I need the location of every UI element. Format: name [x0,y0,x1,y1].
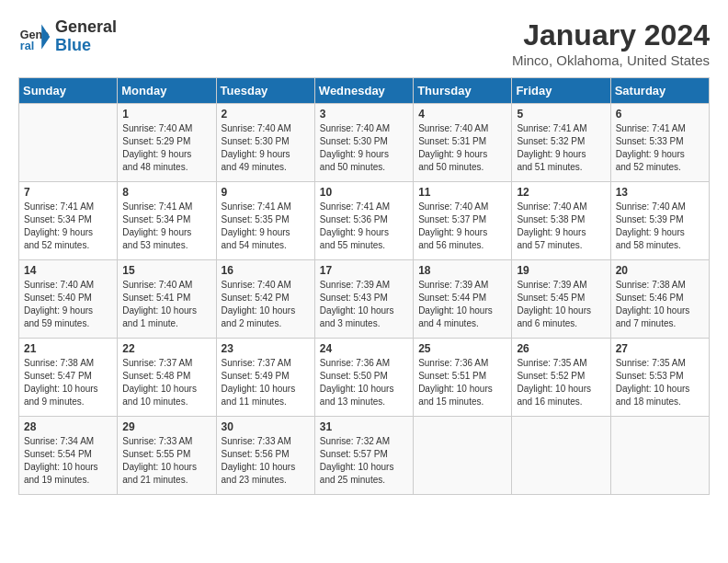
day-header-friday: Friday [512,78,610,104]
day-info: Sunrise: 7:40 AMSunset: 5:38 PMDaylight:… [517,201,605,252]
logo-icon: Gene ral [18,20,51,53]
day-info: Sunrise: 7:40 AMSunset: 5:42 PMDaylight:… [222,279,310,330]
day-number: 30 [222,420,310,433]
day-number: 17 [320,264,408,277]
day-number: 8 [122,186,210,199]
day-number: 4 [418,108,506,121]
calendar-cell: 2Sunrise: 7:40 AMSunset: 5:30 PMDaylight… [216,104,314,182]
day-info: Sunrise: 7:39 AMSunset: 5:43 PMDaylight:… [320,279,408,330]
calendar-cell: 18Sunrise: 7:39 AMSunset: 5:44 PMDayligh… [414,260,512,339]
day-number: 27 [616,342,704,355]
day-header-saturday: Saturday [610,78,709,104]
calendar-cell: 4Sunrise: 7:40 AMSunset: 5:31 PMDaylight… [414,104,512,182]
day-number: 13 [616,186,704,199]
day-info: Sunrise: 7:37 AMSunset: 5:48 PMDaylight:… [122,357,210,408]
day-number: 3 [320,108,408,121]
day-info: Sunrise: 7:38 AMSunset: 5:47 PMDaylight:… [24,357,112,408]
day-info: Sunrise: 7:40 AMSunset: 5:40 PMDaylight:… [24,279,112,330]
calendar-cell: 23Sunrise: 7:37 AMSunset: 5:49 PMDayligh… [216,339,314,417]
calendar-cell: 24Sunrise: 7:36 AMSunset: 5:50 PMDayligh… [314,339,413,417]
calendar-cell: 10Sunrise: 7:41 AMSunset: 5:36 PMDayligh… [314,182,413,260]
calendar-cell: 28Sunrise: 7:34 AMSunset: 5:54 PMDayligh… [19,417,118,495]
day-header-tuesday: Tuesday [216,78,314,104]
calendar-cell [414,417,512,495]
day-info: Sunrise: 7:41 AMSunset: 5:32 PMDaylight:… [517,122,605,174]
week-row: 1Sunrise: 7:40 AMSunset: 5:29 PMDaylight… [19,104,710,182]
day-info: Sunrise: 7:38 AMSunset: 5:46 PMDaylight:… [616,279,704,330]
day-info: Sunrise: 7:33 AMSunset: 5:55 PMDaylight:… [122,435,210,487]
day-info: Sunrise: 7:39 AMSunset: 5:44 PMDaylight:… [418,279,506,330]
day-number: 15 [122,264,210,277]
day-info: Sunrise: 7:41 AMSunset: 5:36 PMDaylight:… [320,201,408,252]
calendar-cell: 20Sunrise: 7:38 AMSunset: 5:46 PMDayligh… [610,260,709,339]
calendar-cell: 9Sunrise: 7:41 AMSunset: 5:35 PMDaylight… [216,182,314,260]
day-number: 16 [222,264,310,277]
day-number: 2 [222,108,310,121]
day-number: 24 [320,342,408,355]
day-header-sunday: Sunday [19,78,118,104]
calendar-cell: 26Sunrise: 7:35 AMSunset: 5:52 PMDayligh… [512,339,610,417]
day-number: 18 [418,264,506,277]
day-number: 12 [517,186,605,199]
calendar-cell: 12Sunrise: 7:40 AMSunset: 5:38 PMDayligh… [512,182,610,260]
day-info: Sunrise: 7:37 AMSunset: 5:49 PMDaylight:… [222,357,310,408]
day-info: Sunrise: 7:35 AMSunset: 5:52 PMDaylight:… [517,357,605,408]
day-number: 6 [616,108,704,121]
day-number: 21 [24,342,112,355]
day-number: 25 [418,342,506,355]
calendar-cell: 31Sunrise: 7:32 AMSunset: 5:57 PMDayligh… [314,417,413,495]
day-number: 29 [122,420,210,433]
calendar-cell: 11Sunrise: 7:40 AMSunset: 5:37 PMDayligh… [414,182,512,260]
calendar-cell: 19Sunrise: 7:39 AMSunset: 5:45 PMDayligh… [512,260,610,339]
calendar-cell: 6Sunrise: 7:41 AMSunset: 5:33 PMDaylight… [610,104,709,182]
svg-text:ral: ral [20,40,34,52]
day-info: Sunrise: 7:41 AMSunset: 5:34 PMDaylight:… [24,201,112,252]
calendar-cell [19,104,118,182]
week-row: 21Sunrise: 7:38 AMSunset: 5:47 PMDayligh… [19,339,710,417]
calendar-cell: 29Sunrise: 7:33 AMSunset: 5:55 PMDayligh… [118,417,216,495]
day-number: 19 [517,264,605,277]
day-info: Sunrise: 7:33 AMSunset: 5:56 PMDaylight:… [222,435,310,487]
calendar-cell: 27Sunrise: 7:35 AMSunset: 5:53 PMDayligh… [610,339,709,417]
week-row: 7Sunrise: 7:41 AMSunset: 5:34 PMDaylight… [19,182,710,260]
day-header-monday: Monday [118,78,216,104]
day-number: 28 [24,420,112,433]
calendar-cell: 7Sunrise: 7:41 AMSunset: 5:34 PMDaylight… [19,182,118,260]
calendar-subtitle: Minco, Oklahoma, United States [512,52,710,68]
day-info: Sunrise: 7:34 AMSunset: 5:54 PMDaylight:… [24,435,112,487]
calendar-cell: 30Sunrise: 7:33 AMSunset: 5:56 PMDayligh… [216,417,314,495]
day-number: 20 [616,264,704,277]
day-info: Sunrise: 7:40 AMSunset: 5:41 PMDaylight:… [122,279,210,330]
day-info: Sunrise: 7:41 AMSunset: 5:35 PMDaylight:… [222,201,310,252]
day-info: Sunrise: 7:40 AMSunset: 5:39 PMDaylight:… [616,201,704,252]
week-row: 28Sunrise: 7:34 AMSunset: 5:54 PMDayligh… [19,417,710,495]
day-info: Sunrise: 7:36 AMSunset: 5:50 PMDaylight:… [320,357,408,408]
day-info: Sunrise: 7:40 AMSunset: 5:29 PMDaylight:… [122,122,210,174]
calendar-cell: 17Sunrise: 7:39 AMSunset: 5:43 PMDayligh… [314,260,413,339]
header: Gene ral General Blue January 2024 Minco… [18,18,710,68]
day-header-wednesday: Wednesday [314,78,413,104]
calendar-title: January 2024 [512,18,710,52]
calendar-table: SundayMondayTuesdayWednesdayThursdayFrid… [18,77,710,495]
calendar-cell: 8Sunrise: 7:41 AMSunset: 5:34 PMDaylight… [118,182,216,260]
title-area: January 2024 Minco, Oklahoma, United Sta… [512,18,710,68]
calendar-cell: 21Sunrise: 7:38 AMSunset: 5:47 PMDayligh… [19,339,118,417]
calendar-cell [512,417,610,495]
day-number: 23 [222,342,310,355]
day-info: Sunrise: 7:41 AMSunset: 5:34 PMDaylight:… [122,201,210,252]
day-info: Sunrise: 7:36 AMSunset: 5:51 PMDaylight:… [418,357,506,408]
day-number: 22 [122,342,210,355]
day-info: Sunrise: 7:40 AMSunset: 5:30 PMDaylight:… [320,122,408,174]
header-row: SundayMondayTuesdayWednesdayThursdayFrid… [19,78,710,104]
day-number: 14 [24,264,112,277]
day-number: 31 [320,420,408,433]
day-number: 26 [517,342,605,355]
calendar-cell: 15Sunrise: 7:40 AMSunset: 5:41 PMDayligh… [118,260,216,339]
calendar-cell: 13Sunrise: 7:40 AMSunset: 5:39 PMDayligh… [610,182,709,260]
day-info: Sunrise: 7:40 AMSunset: 5:37 PMDaylight:… [418,201,506,252]
calendar-cell: 25Sunrise: 7:36 AMSunset: 5:51 PMDayligh… [414,339,512,417]
calendar-cell: 22Sunrise: 7:37 AMSunset: 5:48 PMDayligh… [118,339,216,417]
day-number: 7 [24,186,112,199]
day-number: 10 [320,186,408,199]
day-number: 1 [122,108,210,121]
